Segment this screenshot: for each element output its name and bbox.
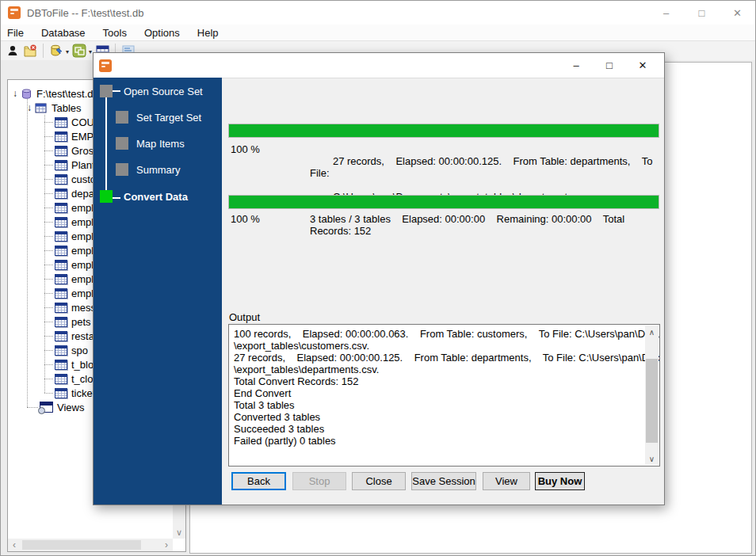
table-icon [55, 274, 67, 284]
output-scrollbar[interactable]: ∧ ∨ [645, 326, 659, 465]
total-progress-percent: 100 % [222, 213, 310, 237]
convert-icon[interactable] [71, 43, 87, 59]
step-marker-active [100, 190, 113, 203]
tree-connector [27, 97, 28, 407]
dialog-titlebar: – □ ✕ [94, 53, 664, 78]
table-icon [55, 288, 67, 299]
tree-views-node[interactable]: Views [27, 400, 84, 414]
tree-hscroll-thumb[interactable] [22, 540, 141, 550]
expand-arrow-icon[interactable]: ↓ [10, 88, 21, 99]
output-line: Converted 3 tables [234, 411, 642, 423]
menubar: File Database Tools Options Help [1, 25, 755, 40]
output-line: 27 records, Elapsed: 00:00:00.125. From … [234, 352, 642, 364]
maximize-icon[interactable]: □ [684, 1, 720, 25]
table-icon [55, 331, 67, 341]
table-icon [55, 317, 67, 327]
output-log: 100 records, Elapsed: 00:00:00.063. From… [228, 324, 660, 467]
menu-file[interactable]: File [7, 27, 31, 39]
output-scroll-thumb[interactable] [646, 359, 658, 443]
output-line: Total 3 tables [234, 399, 642, 411]
step-summary[interactable]: Summary [116, 163, 181, 176]
menu-options[interactable]: Options [144, 27, 187, 39]
close-database-icon[interactable] [22, 43, 38, 59]
minimize-icon[interactable]: – [648, 1, 684, 25]
output-line: Total Convert Records: 152 [234, 375, 642, 387]
step-marker [116, 137, 128, 150]
output-line: \export_tables\customers.csv. [234, 340, 642, 352]
table-icon [55, 160, 67, 170]
export-dropdown-icon[interactable]: ▾ [66, 48, 69, 55]
total-progress-bar [228, 195, 659, 209]
table-icon [55, 345, 67, 356]
table-icon [55, 246, 67, 256]
output-line: Succeeded 3 tables [234, 423, 642, 435]
close-button[interactable]: Close [352, 472, 406, 490]
scroll-down-icon[interactable]: ∨ [645, 452, 659, 465]
tree-root-node[interactable]: ↓ F:\test\test.db [10, 86, 99, 101]
tree-root-label: F:\test\test.db [36, 88, 99, 100]
table-icon [55, 231, 67, 242]
table-icon [55, 217, 67, 227]
table-icon [55, 360, 67, 370]
dialog-app-icon [99, 59, 112, 72]
total-progress-info: 3 tables / 3 tables Elapsed: 00:00:00 Re… [310, 213, 659, 237]
save-session-button[interactable]: Save Session [411, 472, 476, 490]
buy-now-button[interactable]: Buy Now [535, 472, 585, 490]
table-row[interactable]: spo [44, 343, 88, 357]
tree-tables-node[interactable]: ↓ Tables [24, 101, 82, 115]
output-line: 100 records, Elapsed: 00:00:00.063. From… [234, 328, 642, 340]
menu-database[interactable]: Database [41, 27, 93, 39]
scroll-right-icon[interactable]: › [160, 539, 173, 550]
dialog-button-row: Back Stop Close Save Session View Buy No… [222, 472, 664, 490]
back-button[interactable]: Back [231, 472, 286, 490]
stop-button[interactable]: Stop [292, 472, 346, 490]
step-set-target-set[interactable]: Set Target Set [116, 111, 201, 124]
app-icon [8, 6, 21, 19]
close-icon[interactable]: ✕ [720, 1, 755, 25]
convert-data-page: 100 % 27 records, Elapsed: 00:00:00.125.… [222, 78, 664, 505]
table-icon [55, 117, 67, 128]
user-login-icon[interactable] [5, 43, 21, 59]
table-icon [55, 174, 67, 185]
scroll-up-icon[interactable]: ∧ [645, 326, 659, 338]
wizard-steps-panel: Open Source Set Set Target Set Map Items… [94, 78, 222, 505]
expand-arrow-icon[interactable]: ↓ [24, 102, 35, 113]
table-row[interactable]: Plants [44, 158, 100, 172]
step-marker [116, 111, 128, 124]
scroll-down-icon[interactable]: ∨ [173, 526, 185, 539]
view-button[interactable]: View [483, 472, 530, 490]
menu-help[interactable]: Help [197, 27, 226, 39]
table-row[interactable]: pets [44, 314, 91, 329]
table-icon [55, 131, 67, 142]
views-icon [40, 402, 53, 413]
table-row[interactable]: t_clob [44, 371, 99, 386]
table-progress-bar [228, 124, 659, 138]
step-map-items[interactable]: Map Items [116, 137, 185, 150]
export-database-icon[interactable] [48, 43, 64, 59]
database-icon [21, 88, 32, 100]
convert-wizard-dialog: – □ ✕ Open Source Set Set Target Set Map… [93, 52, 665, 505]
step-open-source-set[interactable]: Open Source Set [100, 85, 203, 97]
output-line: End Convert [234, 387, 642, 399]
step-connector [105, 97, 107, 192]
dialog-close-icon[interactable]: ✕ [626, 54, 659, 78]
main-titlebar: DBToFile -- F:\test\test.db – □ ✕ [1, 1, 755, 25]
table-icon [55, 203, 67, 213]
table-icon [55, 189, 67, 199]
dialog-minimize-icon[interactable]: – [559, 54, 593, 78]
scroll-left-icon[interactable]: ‹ [8, 539, 21, 550]
convert-dropdown-icon[interactable]: ▾ [89, 48, 92, 55]
step-marker [116, 163, 128, 176]
table-icon [55, 303, 67, 313]
step-convert-data[interactable]: Convert Data [100, 190, 188, 203]
table-icon [55, 388, 67, 398]
output-line: Failed (partly) 0 tables [234, 435, 642, 447]
dialog-maximize-icon[interactable]: □ [593, 54, 626, 78]
tree-views-label: Views [57, 402, 84, 413]
dbtofile-window: { "window": { "title": "DBToFile -- F:\\… [0, 0, 756, 556]
table-row[interactable]: t_blob [44, 357, 99, 371]
window-title: DBToFile -- F:\test\test.db [27, 7, 143, 19]
output-line: \export_tables\departments.csv. [234, 364, 642, 375]
table-progress-info: 27 records, Elapsed: 00:00:00.125. From … [310, 155, 655, 179]
menu-tools[interactable]: Tools [103, 27, 134, 39]
